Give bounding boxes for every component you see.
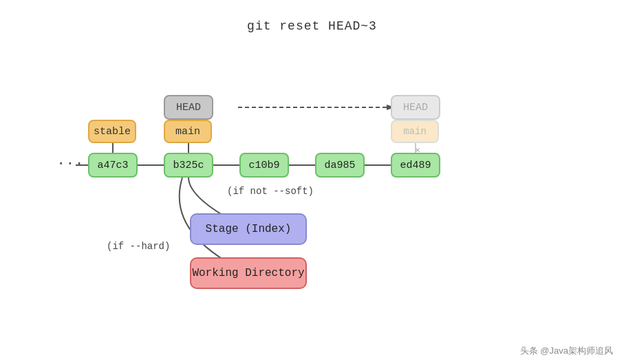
diagram-title: git reset HEAD~3 <box>247 19 377 33</box>
commit-c10b9: c10b9 <box>239 153 289 178</box>
x-mark: ✕ <box>415 144 420 156</box>
diagram-container: git reset HEAD~3 <box>0 0 624 364</box>
commit-ed489: ed489 <box>391 153 440 178</box>
stable-branch-label: stable <box>88 120 136 143</box>
label-if-not-soft: (if not --soft) <box>227 186 314 197</box>
commit-da985: da985 <box>315 153 365 178</box>
arrows-svg <box>0 0 624 364</box>
head-active-box: HEAD <box>164 95 213 120</box>
working-directory-box: Working Directory <box>190 257 307 289</box>
main-active-label: main <box>164 120 212 143</box>
watermark: 头条 @Java架构师追风 <box>520 345 613 357</box>
stage-index-box: Stage (Index) <box>190 213 307 245</box>
commit-b325c: b325c <box>164 153 213 178</box>
main-faded-label: main <box>391 120 439 143</box>
head-faded-box: HEAD <box>391 95 440 120</box>
commit-a47c3: a47c3 <box>88 153 138 178</box>
dots: ··· <box>56 156 84 173</box>
label-if-hard: (if --hard) <box>107 241 170 252</box>
